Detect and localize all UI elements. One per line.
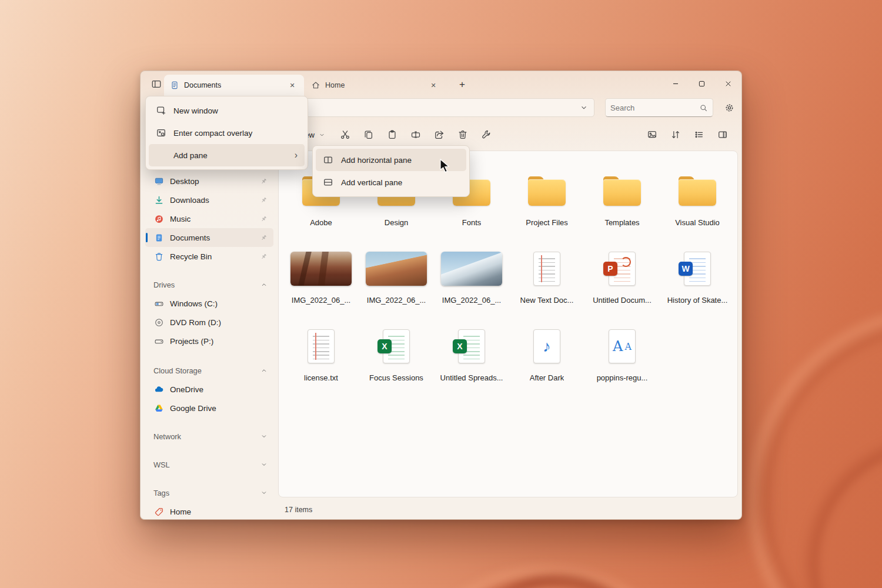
details-pane-button[interactable] (713, 125, 732, 144)
file-item[interactable]: X Focus Sessions (359, 318, 434, 396)
file-label: Visual Studio (675, 218, 720, 227)
section-title: Network (153, 432, 181, 441)
sidebar-item-projects-p[interactable]: Projects (P:) (145, 332, 273, 350)
search-box (605, 98, 713, 117)
tab-close-icon[interactable]: ✕ (286, 79, 298, 91)
image-actions-button[interactable] (643, 125, 662, 144)
file-label: IMG_2022_06_... (367, 296, 426, 305)
close-window-button[interactable] (715, 71, 741, 96)
paste-button[interactable] (383, 125, 402, 144)
sort-button[interactable] (666, 125, 685, 144)
tab-label: Documents (184, 81, 221, 89)
image-actions-icon (647, 129, 657, 140)
tab-documents[interactable]: Documents ✕ (164, 75, 304, 96)
section-title: WSL (153, 460, 170, 469)
view-options-button[interactable] (690, 125, 709, 144)
chevron-up-icon (260, 367, 268, 374)
menu-item-compact-overlay[interactable]: Enter compact overlay (149, 122, 305, 144)
file-item[interactable]: ♪ After Dark (509, 318, 584, 396)
section-header-drives[interactable]: Drives (145, 278, 273, 292)
file-item[interactable]: P Untitled Docum... (584, 240, 660, 318)
vertical-pane-icon (323, 177, 333, 188)
sidebar-item-windows-c[interactable]: Windows (C:) (145, 294, 273, 313)
file-label: Design (385, 218, 408, 227)
file-item[interactable]: New Text Doc... (509, 240, 584, 318)
details-pane-icon (717, 129, 728, 140)
chevron-down-icon (260, 433, 268, 440)
sidebar-item-label: Projects (P:) (170, 337, 213, 346)
copy-button[interactable] (359, 125, 378, 144)
search-icon (699, 103, 708, 112)
sidebar-item-label: Desktop (170, 177, 199, 186)
file-item[interactable]: Templates (584, 163, 660, 240)
section-title: Tags (153, 489, 169, 497)
menu-item-add-pane[interactable]: Add pane › (149, 144, 305, 166)
file-label: Templates (604, 218, 639, 227)
titlebar: Documents ✕ Home ✕ + (141, 71, 741, 96)
sidebar-item-desktop[interactable]: Desktop (145, 172, 273, 191)
menu-item-label: Add pane (173, 151, 208, 160)
file-item[interactable]: AA poppins-regu... (584, 318, 660, 396)
tab-close-icon[interactable]: ✕ (427, 79, 439, 91)
minimize-button[interactable] (662, 71, 689, 96)
rename-button[interactable] (406, 125, 425, 144)
sidebar-item-tag-home[interactable]: Home (145, 502, 273, 521)
word-file-icon: W (684, 252, 711, 286)
copy-icon (363, 129, 374, 140)
sidebar-item-onedrive[interactable]: OneDrive (145, 380, 273, 399)
sidebar-item-google-drive[interactable]: Google Drive (145, 399, 273, 417)
sidebar-item-dvd-d[interactable]: DVD Rom (D:) (145, 313, 273, 332)
file-item[interactable]: W History of Skate... (660, 240, 735, 318)
sidebar-item-documents[interactable]: Documents (145, 228, 273, 247)
sidebar-toggle-button[interactable] (148, 76, 165, 91)
sidebar-item-label: OneDrive (170, 385, 203, 394)
tab-label: Home (325, 81, 345, 89)
file-item[interactable]: Project Files (509, 163, 584, 240)
delete-button[interactable] (453, 125, 472, 144)
file-item[interactable]: Visual Studio (660, 163, 735, 240)
share-button[interactable] (430, 125, 449, 144)
folder-icon (603, 176, 641, 206)
file-item[interactable]: license.txt (283, 318, 359, 396)
image-thumbnail (441, 252, 502, 286)
file-item[interactable]: IMG_2022_06_... (359, 240, 434, 318)
sidebar-item-music[interactable]: Music (145, 209, 273, 228)
pin-icon (260, 215, 268, 223)
menu-item-new-window[interactable]: New window (149, 99, 305, 122)
search-input[interactable] (610, 103, 696, 112)
properties-button[interactable] (477, 125, 496, 144)
maximize-button[interactable] (689, 71, 715, 96)
section-header-network[interactable]: Network (145, 429, 273, 443)
section-header-cloud-storage[interactable]: Cloud Storage (145, 363, 273, 377)
file-label: Focus Sessions (369, 373, 423, 382)
excel-file-icon: X (458, 329, 485, 363)
sidebar-panel-icon (151, 79, 162, 89)
chevron-down-icon[interactable] (577, 101, 590, 114)
onedrive-icon (153, 385, 164, 395)
sidebar-item-downloads[interactable]: Downloads (145, 191, 273, 209)
file-item[interactable]: IMG_2022_06_... (283, 240, 359, 318)
excel-file-icon: X (383, 329, 410, 363)
settings-button[interactable] (720, 98, 738, 117)
files-app-window: Documents ✕ Home ✕ + (140, 71, 742, 520)
wrench-icon (481, 129, 492, 140)
chevron-down-icon (319, 132, 325, 138)
section-header-wsl[interactable]: WSL (145, 457, 273, 472)
file-item[interactable]: X Untitled Spreads... (434, 318, 509, 396)
address-bar[interactable] (279, 98, 594, 117)
menu-item-label: New window (173, 106, 218, 115)
section-header-tags[interactable]: Tags (145, 486, 273, 500)
new-tab-button[interactable]: + (455, 78, 470, 92)
sidebar-item-recycle-bin[interactable]: Recycle Bin (145, 247, 273, 266)
rename-icon (410, 129, 421, 140)
file-item[interactable]: IMG_2022_06_... (434, 240, 509, 318)
cut-button[interactable] (336, 125, 355, 144)
google-drive-icon (153, 403, 164, 413)
paste-icon (387, 129, 397, 140)
file-label: IMG_2022_06_... (292, 296, 350, 305)
file-label: Fonts (462, 218, 482, 227)
submenu-item-add-vertical-pane[interactable]: Add vertical pane (316, 171, 466, 193)
tab-home[interactable]: Home ✕ (305, 75, 445, 96)
compact-overlay-icon (156, 128, 166, 138)
gear-icon (724, 102, 735, 113)
